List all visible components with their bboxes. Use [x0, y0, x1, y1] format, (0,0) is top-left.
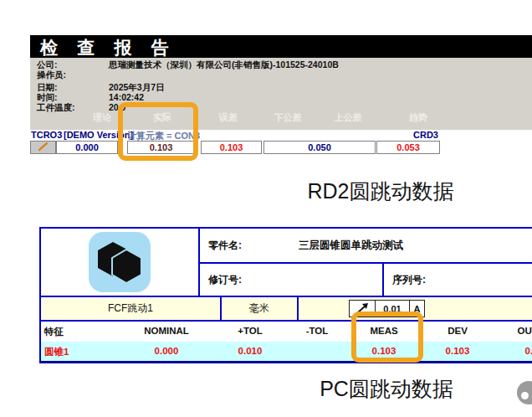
revision-cell: 修订号: [200, 264, 384, 296]
column-header-lower-tol: 下公差 [274, 111, 302, 124]
header-minus-tol: -TOL [306, 326, 329, 336]
info-value: 14:02:42 [109, 92, 144, 102]
table-header-row: 零件名: 三层圆锥圆单跳动测试 修订号: 序列号: [41, 229, 532, 296]
feature-id-left: TCRO3 [31, 130, 62, 140]
revision-label: 修订号: [208, 273, 242, 287]
pc-report-table: 零件名: 三层圆锥圆单跳动测试 修订号: 序列号: FCF跳动1 毫米 [39, 227, 532, 363]
fcf-row: FCF跳动1 毫米 0.01 A [41, 296, 532, 322]
highlight-box-meas [351, 311, 423, 363]
watermark-dot [517, 381, 532, 404]
pcdmis-logo-icon [88, 232, 151, 292]
units-cell: 毫米 [222, 297, 299, 320]
column-header-error: 误差 [219, 111, 238, 124]
header-plus-tol: +TOL [238, 326, 263, 336]
serial-label: 序列号: [392, 273, 426, 287]
serial-cell: 序列号: [384, 264, 532, 296]
edit-cell[interactable] [30, 141, 56, 154]
feature-line: TCRO3 [DEMO Version] 计算元素 = CON3 CRD3 [0, 130, 532, 141]
cell-plus-tol: 0.010 [238, 346, 263, 356]
fcf-name-cell: FCF跳动1 [41, 297, 222, 320]
value-lower-tol: 0.050 [263, 141, 376, 154]
comparison-page: 检 查 报 告 公司: 思瑞测量技术（深圳）有限公司(非销售版)-101525-… [0, 0, 532, 417]
value-trend: 0.053 [376, 141, 440, 154]
part-name-value: 三层圆锥圆单跳动测试 [299, 239, 403, 253]
report-title-bar: 检 查 报 告 [30, 35, 532, 58]
column-header-trend: 趋势 [409, 111, 427, 124]
column-header-band: 理论 实际 误差 下公差 上公差 趋势 [30, 111, 532, 125]
info-row-company: 公司: 思瑞测量技术（深圳）有限公司(非销售版)-101525-24010B [30, 59, 532, 70]
report-info-panel: 公司: 思瑞测量技术（深圳）有限公司(非销售版)-101525-24010B 操… [30, 58, 532, 130]
column-header-theory: 理论 [93, 111, 111, 124]
value-nominal: 0.000 [56, 141, 118, 154]
info-row-time: 时间: 14:02:42 [30, 92, 532, 102]
column-header-upper-tol: 上公差 [335, 111, 362, 124]
pencil-icon [32, 142, 54, 152]
cell-dev: 0.103 [446, 346, 470, 356]
cell-feature: 圆锥1 [44, 346, 69, 358]
caption-pc: PC圆跳动数据 [320, 375, 453, 403]
part-name-row: 零件名: 三层圆锥圆单跳动测试 [200, 229, 532, 264]
cell-nominal: 0.000 [155, 346, 179, 356]
part-name-label: 零件名: [208, 239, 242, 253]
header-dev: DEV [448, 326, 468, 336]
info-row-date: 日期: 2025年3月7日 [30, 82, 532, 92]
header-outtol: OUTTOL [517, 326, 532, 336]
highlight-box-actual [118, 102, 198, 161]
info-row-operator: 操作员: [30, 70, 532, 80]
header-feature: 特征 [44, 326, 64, 338]
data-header-row: 特征 NOMINAL +TOL -TOL MEAS DEV OUTTOL [41, 322, 532, 342]
info-label: 操作员: [37, 70, 66, 81]
report-title: 检 查 报 告 [40, 36, 176, 59]
cell-outtol: 0.093 [525, 346, 532, 356]
value-error: 0.103 [201, 141, 262, 154]
logo-cell [41, 229, 200, 296]
header-nominal: NOMINAL [144, 326, 189, 336]
caption-rd2: RD2圆跳动数据 [307, 178, 453, 205]
feature-id-right: CRD3 [413, 130, 438, 140]
data-row-cone1: 圆锥1 0.000 0.010 0.103 0.103 0.093 [41, 342, 532, 361]
